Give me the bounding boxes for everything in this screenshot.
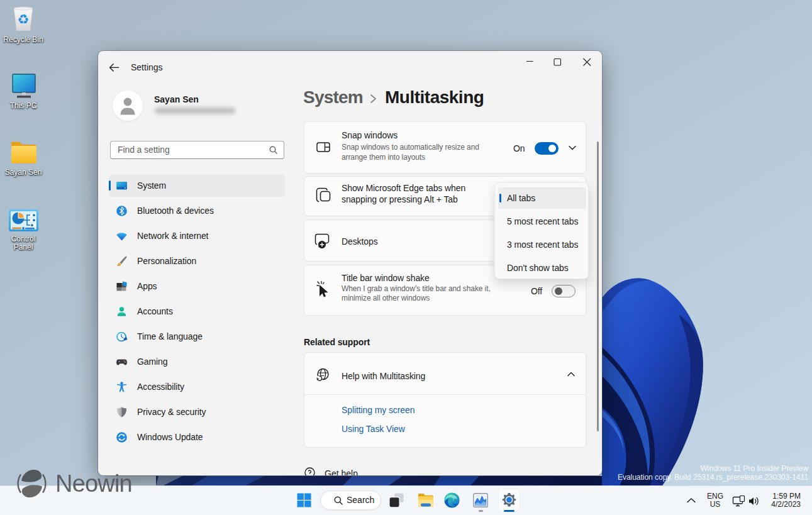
svg-text:Neowin: Neowin	[55, 470, 132, 497]
svg-text:♻: ♻	[18, 12, 30, 26]
